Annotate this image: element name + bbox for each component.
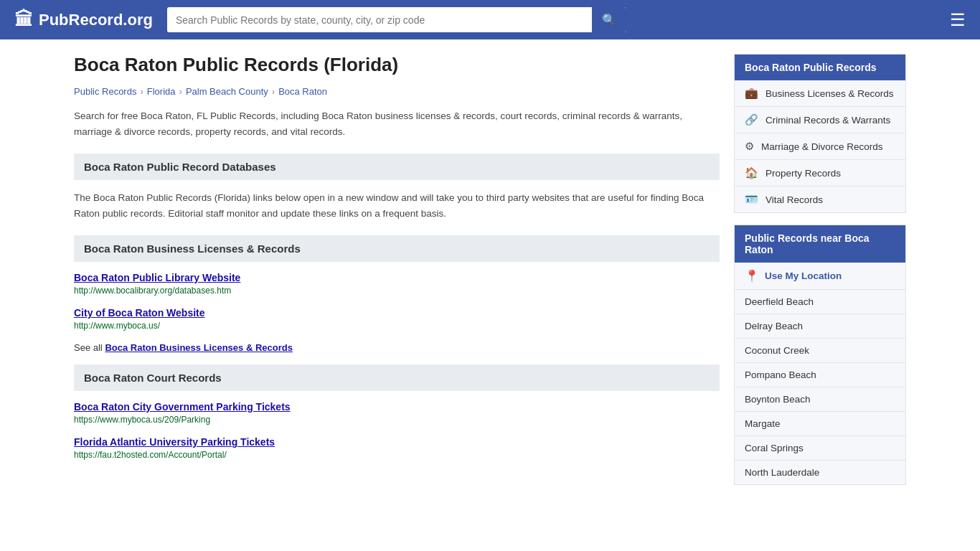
sidebar-nearby-coconut-creek[interactable]: Coconut Creek xyxy=(735,339,905,363)
sidebar-criminal-link[interactable]: Criminal Records & Warrants xyxy=(765,115,890,126)
id-icon: 🪪 xyxy=(745,193,758,206)
section-header-court: Boca Raton Court Records xyxy=(74,364,720,391)
sidebar-records-box: Boca Raton Public Records 💼 Business Lic… xyxy=(734,54,906,213)
breadcrumb-palm-beach-county[interactable]: Palm Beach County xyxy=(186,86,268,97)
content-area: Boca Raton Public Records (Florida) Publ… xyxy=(74,54,720,496)
search-input[interactable] xyxy=(167,9,592,32)
sidebar-nearby-north-lauderdale[interactable]: North Lauderdale xyxy=(735,461,905,484)
north-lauderdale-link[interactable]: North Lauderdale xyxy=(745,467,819,478)
sidebar-records-title: Boca Raton Public Records xyxy=(735,55,905,80)
databases-description: The Boca Raton Public Records (Florida) … xyxy=(74,190,720,221)
sidebar-nearby-title: Public Records near Boca Raton xyxy=(735,225,905,263)
search-button[interactable]: 🔍 xyxy=(592,7,626,32)
sidebar-business-link[interactable]: Business Licenses & Records xyxy=(765,88,894,99)
sidebar: Boca Raton Public Records 💼 Business Lic… xyxy=(734,54,906,496)
city-boca-url: http://www.myboca.us/ xyxy=(74,321,720,331)
page-title: Boca Raton Public Records (Florida) xyxy=(74,54,720,76)
sidebar-nearby-deerfield[interactable]: Deerfield Beach xyxy=(735,290,905,314)
logo-text: PubRecord.org xyxy=(39,11,153,29)
sidebar-marriage-link[interactable]: Marriage & Divorce Records xyxy=(761,141,883,152)
sidebar-item-criminal[interactable]: 🔗 Criminal Records & Warrants xyxy=(735,107,905,133)
sidebar-item-business[interactable]: 💼 Business Licenses & Records xyxy=(735,80,905,107)
sidebar-item-marriage[interactable]: ⚙ Marriage & Divorce Records xyxy=(735,133,905,160)
delray-beach-link[interactable]: Delray Beach xyxy=(745,321,803,331)
deerfield-beach-link[interactable]: Deerfield Beach xyxy=(745,296,814,307)
sidebar-nearby-boynton[interactable]: Boynton Beach xyxy=(735,387,905,412)
home-icon: 🏠 xyxy=(745,166,758,179)
fau-parking-link[interactable]: Florida Atlantic University Parking Tick… xyxy=(74,436,720,448)
breadcrumb-florida[interactable]: Florida xyxy=(147,86,176,97)
library-link[interactable]: Boca Raton Public Library Website xyxy=(74,272,720,283)
section-header-business: Boca Raton Business Licenses & Records xyxy=(74,235,720,262)
coconut-creek-link[interactable]: Coconut Creek xyxy=(745,345,809,356)
sidebar-nearby-pompano[interactable]: Pompano Beach xyxy=(735,363,905,387)
breadcrumb-sep-2: › xyxy=(179,86,182,97)
coral-springs-link[interactable]: Coral Springs xyxy=(745,443,804,453)
page-description: Search for free Boca Raton, FL Public Re… xyxy=(74,108,720,139)
list-item: Boca Raton Public Library Website http:/… xyxy=(74,272,720,296)
sidebar-nearby-margate[interactable]: Margate xyxy=(735,412,905,436)
margate-link[interactable]: Margate xyxy=(745,418,781,429)
boynton-beach-link[interactable]: Boynton Beach xyxy=(745,394,811,405)
see-all-business-link[interactable]: Boca Raton Business Licenses & Records xyxy=(105,342,293,353)
city-boca-link[interactable]: City of Boca Raton Website xyxy=(74,307,720,319)
link-icon: 🔗 xyxy=(745,113,758,126)
see-all-business: See all Boca Raton Business Licenses & R… xyxy=(74,342,720,353)
sidebar-property-link[interactable]: Property Records xyxy=(765,168,841,179)
parking-tickets-url: https://www.myboca.us/209/Parking xyxy=(74,415,720,425)
list-item: Florida Atlantic University Parking Tick… xyxy=(74,436,720,460)
breadcrumb: Public Records › Florida › Palm Beach Co… xyxy=(74,86,720,97)
breadcrumb-public-records[interactable]: Public Records xyxy=(74,86,136,97)
sidebar-item-property[interactable]: 🏠 Property Records xyxy=(735,160,905,187)
search-bar: 🔍 xyxy=(167,7,626,32)
location-icon: 📍 xyxy=(745,269,759,283)
rings-icon: ⚙ xyxy=(745,140,754,153)
breadcrumb-boca-raton[interactable]: Boca Raton xyxy=(278,86,327,97)
sidebar-nearby-delray[interactable]: Delray Beach xyxy=(735,314,905,339)
sidebar-nearby-coral-springs[interactable]: Coral Springs xyxy=(735,436,905,461)
logo[interactable]: 🏛 PubRecord.org xyxy=(14,9,153,31)
sidebar-item-vital[interactable]: 🪪 Vital Records xyxy=(735,187,905,212)
section-header-databases: Boca Raton Public Record Databases xyxy=(74,154,720,180)
library-url: http://www.bocalibrary.org/databases.htm xyxy=(74,286,720,296)
logo-icon: 🏛 xyxy=(14,9,33,31)
breadcrumb-sep-3: › xyxy=(272,86,275,97)
see-all-text: See all xyxy=(74,342,103,353)
sidebar-use-location[interactable]: 📍 Use My Location xyxy=(735,263,905,290)
briefcase-icon: 💼 xyxy=(745,87,758,100)
hamburger-menu[interactable]: ☰ xyxy=(950,10,966,30)
sidebar-nearby-box: Public Records near Boca Raton 📍 Use My … xyxy=(734,225,906,485)
site-header: 🏛 PubRecord.org 🔍 ☰ xyxy=(0,0,980,39)
parking-tickets-link[interactable]: Boca Raton City Government Parking Ticke… xyxy=(74,401,720,413)
pompano-beach-link[interactable]: Pompano Beach xyxy=(745,369,816,380)
list-item: Boca Raton City Government Parking Ticke… xyxy=(74,401,720,425)
sidebar-vital-link[interactable]: Vital Records xyxy=(765,194,823,205)
fau-parking-url: https://fau.t2hosted.com/Account/Portal/ xyxy=(74,450,720,460)
list-item: City of Boca Raton Website http://www.my… xyxy=(74,307,720,331)
breadcrumb-sep-1: › xyxy=(140,86,143,97)
use-location-link[interactable]: Use My Location xyxy=(765,270,842,281)
main-container: Boca Raton Public Records (Florida) Publ… xyxy=(60,39,920,511)
